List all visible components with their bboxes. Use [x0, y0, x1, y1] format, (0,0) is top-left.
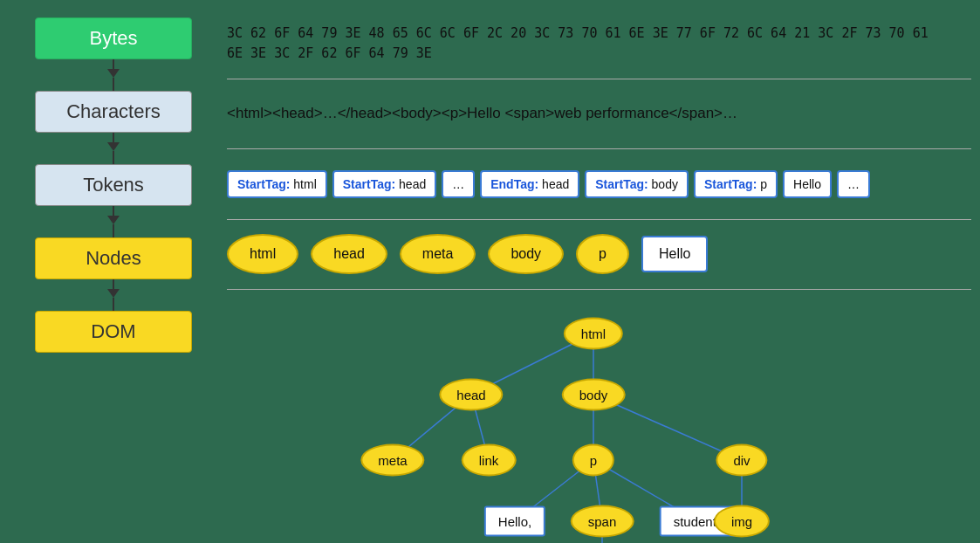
- token-start-p: StartTag: p: [694, 170, 778, 198]
- tree-img: img: [714, 505, 770, 538]
- characters-label: Characters: [66, 100, 161, 122]
- nodes-box: Nodes: [35, 237, 192, 279]
- node-meta: meta: [400, 234, 476, 274]
- tokens-box: Tokens: [35, 164, 192, 206]
- bytes-box: Bytes: [35, 17, 192, 59]
- tree-div: div: [716, 444, 767, 477]
- bytes-content: 3C 62 6F 64 79 3E 48 65 6C 6C 6F 2C 20 3…: [227, 24, 929, 63]
- nodes-container: html head meta body p Hello: [227, 234, 708, 274]
- node-html: html: [227, 234, 298, 274]
- tree-body: body: [562, 379, 626, 411]
- nodes-label: Nodes: [86, 247, 141, 269]
- characters-section: <html><head>…</head><body><p>Hello <span…: [227, 79, 971, 150]
- arrow-bytes-to-characters: [107, 59, 120, 91]
- tree-head: head: [439, 379, 503, 411]
- characters-content: <html><head>…</head><body><p>Hello <span…: [227, 105, 737, 122]
- token-ellipsis-1: …: [442, 170, 475, 198]
- token-start-html: StartTag: html: [227, 170, 327, 198]
- pipeline-column: Bytes Characters Tokens Nodes DO: [9, 9, 218, 534]
- dom-section: html head body meta link p div: [227, 290, 971, 534]
- token-hello: Hello: [783, 170, 832, 198]
- node-hello-text: Hello: [641, 236, 708, 272]
- arrow-nodes-to-dom: [107, 279, 120, 311]
- bytes-label: Bytes: [89, 27, 137, 49]
- node-body: body: [488, 234, 564, 274]
- bytes-section: 3C 62 6F 64 79 3E 48 65 6C 6C 6F 2C 20 3…: [227, 9, 971, 79]
- arrow-tokens-to-nodes: [107, 206, 120, 237]
- node-head: head: [311, 234, 387, 274]
- tree-hello: Hello,: [484, 506, 545, 537]
- token-ellipsis-2: …: [837, 170, 870, 198]
- bytes-line2: 6E 3E 3C 2F 62 6F 64 79 3E: [227, 45, 432, 61]
- token-end-head: EndTag: head: [480, 170, 579, 198]
- dom-tree: html head body meta link p div: [227, 299, 971, 526]
- nodes-section: html head meta body p Hello: [227, 220, 971, 291]
- tree-p: p: [572, 444, 614, 477]
- tree-link: link: [462, 444, 517, 477]
- tree-html: html: [564, 318, 623, 350]
- dom-box: DOM: [35, 311, 192, 353]
- token-start-body: StartTag: body: [585, 170, 689, 198]
- tokens-label: Tokens: [83, 174, 144, 196]
- content-column: 3C 62 6F 64 79 3E 48 65 6C 6C 6F 2C 20 3…: [218, 9, 971, 534]
- node-p: p: [576, 234, 629, 274]
- characters-box: Characters: [35, 91, 192, 133]
- bytes-line1: 3C 62 6F 64 79 3E 48 65 6C 6C 6F 2C 20 3…: [227, 25, 929, 41]
- arrow-characters-to-tokens: [107, 133, 120, 164]
- tokens-section: StartTag: html StartTag: head … EndTag: …: [227, 149, 971, 220]
- main-container: Bytes Characters Tokens Nodes DO: [0, 0, 980, 543]
- tree-span: span: [571, 505, 634, 538]
- tree-meta: meta: [360, 444, 424, 477]
- tokens-container: StartTag: html StartTag: head … EndTag: …: [227, 170, 870, 198]
- characters-text: <html><head>…</head><body><p>Hello <span…: [227, 105, 737, 121]
- dom-label: DOM: [91, 320, 135, 342]
- token-start-head: StartTag: head: [332, 170, 436, 198]
